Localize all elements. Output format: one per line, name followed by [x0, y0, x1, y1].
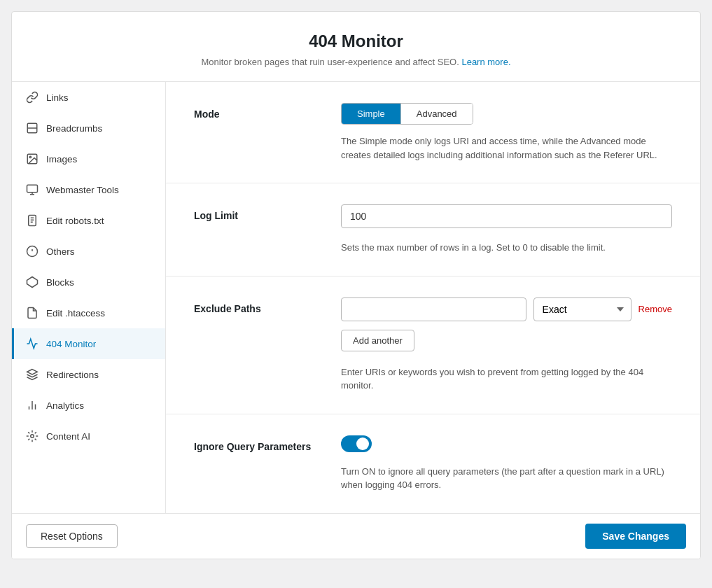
sidebar-item-label: Redirections: [46, 370, 99, 380]
svg-marker-15: [27, 370, 38, 375]
exclude-paths-section: Exclude Paths Exact Contains Starts With…: [166, 276, 700, 414]
svg-marker-14: [27, 277, 38, 288]
exclude-type-select[interactable]: Exact Contains Starts With Ends With: [533, 298, 631, 321]
mode-description: The Simple mode only logs URI and access…: [341, 134, 672, 162]
remove-path-link[interactable]: Remove: [638, 304, 672, 314]
sidebar-item-edit-robots[interactable]: Edit robots.txt: [12, 205, 165, 236]
ignore-query-label: Ignore Query Parameters: [194, 435, 320, 492]
svg-point-19: [31, 435, 34, 438]
mode-section: Mode Simple Advanced The Simple mode onl…: [166, 82, 700, 183]
sidebar-item-breadcrumbs[interactable]: Breadcrumbs: [12, 113, 165, 144]
analytics-icon: [25, 398, 39, 412]
page-title: 404 Monitor: [26, 31, 686, 51]
log-limit-description: Sets the max number of rows in a log. Se…: [341, 241, 672, 255]
sidebar-item-label: Analytics: [46, 400, 84, 411]
blocks-icon: [25, 275, 39, 289]
toggle-slider: [341, 435, 372, 452]
sidebar-item-links[interactable]: Links: [12, 82, 165, 113]
page-subtitle: Monitor broken pages that ruin user-expe…: [26, 57, 686, 67]
ignore-query-control: Turn ON to ignore all query parameters (…: [341, 435, 672, 492]
sidebar-item-webmaster-tools[interactable]: Webmaster Tools: [12, 174, 165, 205]
content-ai-icon: [25, 429, 39, 443]
webmaster-icon: [25, 183, 39, 197]
sidebar-item-others[interactable]: Others: [12, 236, 165, 267]
log-limit-section: Log Limit Sets the max number of rows in…: [166, 183, 700, 276]
reset-options-button[interactable]: Reset Options: [26, 524, 118, 548]
sidebar-item-content-ai[interactable]: Content AI: [12, 421, 165, 451]
footer-bar: Reset Options Save Changes: [12, 513, 700, 559]
sidebar: Links Breadcrumbs Images: [12, 82, 166, 513]
link-icon: [25, 90, 39, 104]
sidebar-item-404-monitor[interactable]: 404 Monitor: [12, 328, 165, 359]
redirections-icon: [25, 368, 39, 382]
sidebar-item-label: Links: [46, 92, 69, 103]
images-icon: [25, 152, 39, 166]
svg-point-3: [29, 156, 31, 158]
sidebar-item-analytics[interactable]: Analytics: [12, 390, 165, 421]
ignore-query-description: Turn ON to ignore all query parameters (…: [341, 465, 672, 492]
sidebar-item-label: Breadcrumbs: [46, 123, 102, 134]
add-another-button[interactable]: Add another: [341, 330, 414, 351]
mode-toggle-group: Simple Advanced: [341, 103, 473, 125]
learn-more-link[interactable]: Learn more.: [461, 57, 510, 67]
exclude-paths-description: Enter URIs or keywords you wish to preve…: [341, 365, 672, 393]
log-limit-control: Sets the max number of rows in a log. Se…: [341, 204, 672, 255]
monitor-icon: [25, 337, 39, 351]
exclude-paths-label: Exclude Paths: [194, 298, 320, 393]
ignore-query-section: Ignore Query Parameters Turn ON to ignor…: [166, 414, 700, 513]
main-content: Mode Simple Advanced The Simple mode onl…: [166, 82, 700, 513]
sidebar-item-label: Webmaster Tools: [46, 185, 119, 195]
sidebar-item-blocks[interactable]: Blocks: [12, 267, 165, 298]
svg-rect-4: [27, 185, 38, 192]
exclude-path-input[interactable]: [341, 298, 526, 321]
sidebar-item-label: Blocks: [46, 277, 74, 288]
log-limit-label: Log Limit: [194, 204, 320, 255]
mode-simple-button[interactable]: Simple: [342, 104, 400, 124]
sidebar-item-redirections[interactable]: Redirections: [12, 359, 165, 390]
mode-label: Mode: [194, 103, 320, 162]
htaccess-icon: [25, 306, 39, 320]
sidebar-item-label: Content AI: [46, 431, 90, 442]
mode-advanced-button[interactable]: Advanced: [400, 104, 473, 124]
sidebar-item-images[interactable]: Images: [12, 144, 165, 174]
page-header: 404 Monitor Monitor broken pages that ru…: [12, 12, 700, 82]
sidebar-item-edit-htaccess[interactable]: Edit .htaccess: [12, 298, 165, 328]
sidebar-item-label: Edit robots.txt: [46, 216, 104, 226]
log-limit-input[interactable]: [341, 204, 672, 228]
robots-icon: [25, 214, 39, 227]
others-icon: [25, 244, 39, 258]
sidebar-item-label: Edit .htaccess: [46, 308, 105, 318]
exclude-path-row: Exact Contains Starts With Ends With Rem…: [341, 298, 672, 321]
breadcrumbs-icon: [25, 121, 39, 135]
exclude-paths-control: Exact Contains Starts With Ends With Rem…: [341, 298, 672, 393]
mode-control: Simple Advanced The Simple mode only log…: [341, 103, 672, 162]
sidebar-item-label: 404 Monitor: [46, 339, 96, 349]
save-changes-button[interactable]: Save Changes: [585, 524, 686, 549]
sidebar-item-label: Images: [46, 154, 77, 164]
sidebar-item-label: Others: [46, 246, 75, 257]
ignore-query-toggle[interactable]: [341, 435, 372, 452]
